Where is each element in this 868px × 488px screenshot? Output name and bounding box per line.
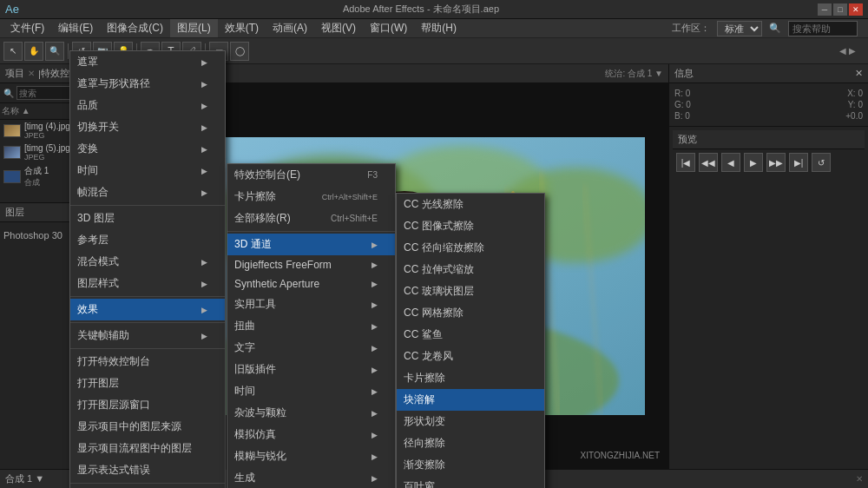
arrow-quality: ▶ — [201, 102, 207, 110]
timeline-close[interactable]: ✕ — [856, 474, 863, 484]
menu-item-mask[interactable]: 遮罩▶ — [70, 51, 225, 73]
eff-time[interactable]: 时间▶ — [227, 380, 395, 402]
eff-card-wipe[interactable]: 卡片擦除 Ctrl+Alt+Shift+E — [227, 186, 395, 208]
step-back[interactable]: ◀◀ — [699, 153, 718, 172]
eff-3d-channel[interactable]: 3D 通道▶ — [227, 234, 395, 255]
layers-title: 图层 — [5, 206, 24, 219]
menu-item-transform[interactable]: 变换▶ — [70, 138, 225, 160]
menu-item-show-expr[interactable]: 显示表达式错误 — [70, 459, 225, 481]
tool-ellipse[interactable]: ◯ — [230, 42, 249, 61]
eff-simulate[interactable]: 模拟仿真▶ — [227, 424, 395, 445]
menu-view[interactable]: 视图(V) — [314, 19, 363, 37]
menu-animation[interactable]: 动画(A) — [266, 19, 314, 37]
window-controls: ─ □ ✕ — [818, 3, 863, 16]
arrow-keyframe: ▶ — [201, 332, 207, 340]
trans-cc-radial[interactable]: CC 径向缩放擦除 — [397, 237, 544, 259]
project-close[interactable]: ✕ — [28, 69, 35, 78]
trans-shape[interactable]: 形状划变 — [397, 411, 544, 432]
eff-blur[interactable]: 模糊与锐化▶ — [227, 445, 395, 467]
eff-legacy[interactable]: 旧版插件▶ — [227, 359, 395, 380]
sep1 — [68, 43, 69, 59]
eff-distort[interactable]: 扭曲▶ — [227, 315, 395, 337]
menu-item-mask-shape[interactable]: 遮罩与形状路径▶ — [70, 73, 225, 95]
close-button[interactable]: ✕ — [849, 3, 863, 16]
info-y: Y: 0 — [848, 100, 863, 109]
menu-file[interactable]: 文件(F) — [3, 19, 51, 37]
tool-select[interactable]: ↖ — [3, 42, 23, 61]
menu-item-frame-blend[interactable]: 帧混合▶ — [70, 181, 225, 203]
eff-text[interactable]: 文字▶ — [227, 337, 395, 359]
eff-open-controls[interactable]: 特效控制台(E) F3 — [227, 164, 395, 186]
search-icon-small: 🔍 — [3, 89, 14, 98]
minimize-button[interactable]: ─ — [818, 3, 832, 16]
shortcut-remove: Ctrl+Shift+E — [331, 214, 378, 223]
tab-controls: 统治: 合成 1 ▼ — [600, 68, 668, 80]
arrow-3d: ▶ — [372, 241, 378, 249]
menu-item-open-layer[interactable]: 打开图层 — [70, 373, 225, 394]
trans-blinds[interactable]: 百叶窗 — [397, 476, 544, 488]
trans-cc-tornado[interactable]: CC 龙卷风 — [397, 346, 544, 367]
watermark: XITONGZHIJIA.NET — [581, 451, 661, 460]
menu-item-keyframe-assist[interactable]: 关键帧辅助▶ — [70, 325, 225, 346]
right-panel-close[interactable]: ✕ — [855, 68, 863, 79]
trans-cc-glass[interactable]: CC 玻璃状图层 — [397, 280, 544, 302]
eff-generate[interactable]: 生成▶ — [227, 467, 395, 488]
step-back2[interactable]: ◀ — [721, 153, 740, 172]
menu-item-blending[interactable]: 混合模式▶ — [70, 251, 225, 273]
play-btn[interactable]: ▶ — [744, 153, 763, 172]
search-input[interactable] — [788, 21, 858, 36]
menu-item-time[interactable]: 时间▶ — [70, 160, 225, 181]
play-end[interactable]: ▶| — [789, 153, 808, 172]
eff-synthetic[interactable]: Synthetic Aperture▶ — [227, 274, 395, 293]
preview-controls: |◀ ◀◀ ◀ ▶ ▶▶ ▶| ↺ — [673, 149, 865, 175]
menu-item-layer-styles[interactable]: 图层样式▶ — [70, 273, 225, 294]
menu-item-show-flow[interactable]: 显示项目流程图中的图层 — [70, 438, 225, 459]
menu-composition[interactable]: 图像合成(C) — [100, 19, 170, 37]
menu-item-guide-layer[interactable]: 参考层 — [70, 229, 225, 251]
tool-hand[interactable]: ✋ — [24, 42, 43, 61]
trans-cc-shark[interactable]: CC 鲨鱼 — [397, 324, 544, 346]
trans-cc-stretch[interactable]: CC 拉伸式缩放 — [397, 259, 544, 280]
col-name: 名称 ▲ — [2, 105, 30, 117]
arrow-effects: ▶ — [201, 306, 207, 314]
trans-gradient[interactable]: 渐变擦除 — [397, 454, 544, 476]
menu-item-3d-layer[interactable]: 3D 图层 — [70, 208, 225, 229]
play-start[interactable]: |◀ — [676, 153, 695, 172]
menu-help[interactable]: 帮助(H) — [414, 19, 464, 37]
trans-radial[interactable]: 径向擦除 — [397, 432, 544, 454]
trans-cc-light[interactable]: CC 光线擦除 — [397, 194, 544, 215]
app-icon: Ae — [5, 3, 19, 16]
trans-card-wipe[interactable]: 卡片擦除 — [397, 367, 544, 389]
trans-block-dissolve[interactable]: 块溶解 — [397, 389, 544, 411]
item-type-2: JPEG — [24, 153, 70, 162]
menu-window[interactable]: 窗口(W) — [363, 19, 414, 37]
arrow-synth: ▶ — [372, 280, 378, 288]
menu-item-switches[interactable]: 切换开关▶ — [70, 116, 225, 138]
trans-cc-image[interactable]: CC 图像式擦除 — [397, 215, 544, 237]
arrow-noise: ▶ — [372, 409, 378, 418]
menu-item-open-effect[interactable]: 打开特效控制台 — [70, 351, 225, 373]
info-plus: +0.0 — [845, 111, 863, 121]
menu-item-effects[interactable]: 效果▶ — [70, 299, 225, 320]
eff-utility[interactable]: 实用工具▶ — [227, 293, 395, 315]
eff-remove-all[interactable]: 全部移除(R) Ctrl+Shift+E — [227, 208, 395, 229]
menu-item-show-source[interactable]: 显示项目中的图层来源 — [70, 416, 225, 438]
info-x: X: 0 — [847, 89, 863, 98]
step-fwd[interactable]: ▶▶ — [766, 153, 786, 172]
eff-noise[interactable]: 杂波与颗粒▶ — [227, 402, 395, 424]
item-info-3: 合成 1 合成 — [24, 165, 49, 188]
maximize-button[interactable]: □ — [833, 3, 847, 16]
workspace-select[interactable]: 标准 — [717, 21, 762, 36]
trans-cc-grid[interactable]: CC 网格擦除 — [397, 302, 544, 324]
eff-digieffects[interactable]: Digieffects FreeForm▶ — [227, 255, 395, 274]
menu-item-open-source[interactable]: 打开图层源窗口 — [70, 394, 225, 416]
menu-edit[interactable]: 编辑(E) — [51, 19, 100, 37]
menu-item-quality[interactable]: 品质▶ — [70, 95, 225, 116]
info-g: G: 0 — [674, 100, 691, 109]
right-panel: 信息 ✕ R: 0 X: 0 G: 0 Y: 0 B: 0 +0.0 预览 |◀… — [668, 64, 868, 469]
loop-btn[interactable]: ↺ — [812, 153, 831, 172]
info-b-val: B: 0 — [674, 111, 690, 121]
menu-effects[interactable]: 效果(T) — [218, 19, 266, 37]
tool-zoom[interactable]: 🔍 — [45, 42, 64, 61]
menu-layer[interactable]: 图层(L) — [170, 19, 218, 37]
